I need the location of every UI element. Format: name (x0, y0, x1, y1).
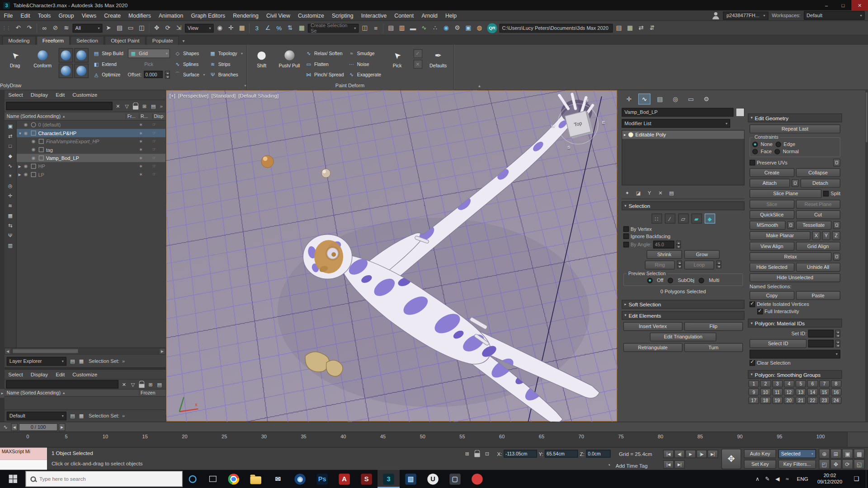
zoom-extents-icon[interactable]: ▣ (842, 449, 853, 459)
by-vertex-checkbox[interactable] (623, 226, 629, 232)
splines-button[interactable]: ∿Splines (174, 59, 205, 69)
unreal-engine-icon[interactable]: U (422, 470, 444, 488)
zoom-extents-all-icon[interactable]: ▩ (854, 449, 864, 459)
menu-item[interactable]: Interactive (357, 10, 391, 21)
offset-spinner[interactable] (165, 70, 170, 78)
smudge-button[interactable]: ≈Smudge (348, 49, 381, 58)
chrome-icon[interactable] (222, 470, 245, 488)
explorer-search-input[interactable] (6, 380, 118, 388)
smoothing-group-button[interactable]: 21 (796, 397, 807, 404)
account-dropdown[interactable]: p2438477FH...▾ (723, 11, 769, 19)
photos-icon[interactable]: ▧ (400, 470, 422, 488)
next-key-icon[interactable]: ▶| (674, 460, 684, 469)
time-step-forward-icon[interactable]: ▶ (59, 423, 66, 431)
pick-small-button[interactable]: Pick (128, 59, 170, 69)
smoothing-group-button[interactable]: 16 (831, 389, 842, 396)
key-filters-button[interactable]: Key Filters... (778, 460, 816, 469)
explorer-foot-chevrons[interactable]: » (121, 358, 126, 364)
transform-type-in-icon[interactable]: ⊞ (463, 449, 472, 458)
display-geometry-filter-icon[interactable]: ◆ (6, 152, 15, 161)
edit-geometry-rollout-header[interactable]: ▾Edit Geometry (748, 113, 842, 122)
explorer-row[interactable]: ▶ ◉ LP ∗ ☞ (17, 170, 165, 178)
slice-button[interactable]: Slice (750, 200, 794, 209)
snaps-toggle-icon[interactable]: 3 (251, 23, 262, 33)
display-tab-icon[interactable]: ▭ (685, 94, 697, 104)
conform-brush-3-button[interactable] (59, 64, 73, 78)
maximize-button[interactable]: □ (835, 0, 852, 10)
display-none-filter-icon[interactable]: □ (6, 141, 15, 150)
ignore-backfacing-checkbox[interactable] (623, 234, 629, 239)
explorer-row[interactable]: ◉ 0 (default) ∗ ☞ (17, 121, 165, 129)
taskbar-search[interactable] (25, 471, 183, 487)
smoothing-group-button[interactable]: 8 (831, 380, 842, 387)
mail-icon[interactable]: ✉ (267, 470, 289, 488)
display-toggle-icon[interactable]: ☞ (152, 164, 165, 169)
display-toggle-icon[interactable]: ☞ (152, 147, 165, 152)
expand-arrow-icon[interactable]: ▼ (18, 131, 24, 135)
mirror-icon[interactable]: ◫ (359, 23, 370, 33)
display-bones-filter-icon[interactable]: Ψ (6, 231, 15, 240)
smoothing-group-button[interactable]: 14 (807, 389, 818, 396)
msmooth-button[interactable]: MSmooth (750, 221, 785, 230)
motion-tab-icon[interactable]: ◎ (669, 94, 681, 104)
display-column-header[interactable]: Disp (152, 113, 165, 119)
menu-item[interactable]: Create (100, 10, 125, 21)
lock-explorer-icon[interactable] (131, 102, 140, 111)
object-color-swatch[interactable] (736, 108, 745, 117)
make-unique-icon[interactable]: Y (645, 189, 654, 198)
material-editor-icon[interactable]: ◉ (441, 23, 452, 33)
previous-key-icon[interactable]: |◀ (663, 460, 674, 469)
full-interactivity-checkbox[interactable] (757, 309, 763, 314)
ribbon-tab[interactable]: Populate (146, 36, 179, 45)
smoothing-group-button[interactable]: 3 (772, 380, 783, 387)
drag-tool-button[interactable]: ➤Drag (3, 47, 26, 69)
explorer-mode-dropdown[interactable]: Default▾ (7, 411, 66, 420)
select-id-button[interactable]: Select ID (750, 339, 807, 348)
material-name-dropdown[interactable]: ▾ (750, 350, 840, 359)
frozen-toggle-icon[interactable]: ∗ (139, 147, 152, 152)
time-step-back-icon[interactable]: ◀ (11, 423, 18, 431)
attach-settings-icon[interactable] (791, 179, 798, 187)
surface-button[interactable]: ⌒Surface▾ (174, 70, 205, 79)
explorer-menu-item[interactable]: Select (5, 371, 27, 377)
frozen-column-header[interactable]: Fr... (126, 113, 139, 119)
explorer-overflow-chevrons[interactable]: » (159, 103, 164, 108)
select-and-scale-icon[interactable]: ⇲ (173, 23, 184, 33)
border-mode-icon[interactable]: ▱ (678, 214, 688, 224)
render-production-icon[interactable]: ◍ (474, 23, 485, 33)
go-to-end-icon[interactable]: ▶| (708, 450, 718, 458)
ribbon-tab[interactable]: Modeling (2, 36, 36, 45)
rectangular-selection-icon[interactable]: ▭ (125, 23, 136, 33)
selection-filter-dropdown[interactable]: All▾ (72, 23, 102, 33)
ribbon-config-caret-icon[interactable]: ▾ (179, 38, 187, 45)
modifier-bulb-icon[interactable] (628, 132, 633, 137)
set-key-button[interactable]: Set Key (744, 460, 776, 469)
explorer-layers-icon[interactable]: ▤ (155, 380, 164, 389)
menu-item[interactable]: Content (391, 10, 418, 21)
add-to-explorer-icon[interactable]: ⊞ (140, 102, 149, 111)
grid-align-button[interactable]: Grid Align (796, 242, 840, 251)
relax-button[interactable]: Relax (750, 252, 831, 261)
angle-snap-icon[interactable]: ∠ (262, 23, 273, 33)
display-helpers-filter-icon[interactable]: ✛ (6, 192, 15, 201)
maximize-viewport-icon[interactable]: ◱ (854, 459, 864, 469)
paint-deform-caption[interactable]: Paint Deform (247, 82, 453, 89)
manage-links-icon[interactable]: ⇵ (646, 23, 657, 33)
smoothing-group-button[interactable]: 10 (760, 389, 771, 396)
display-containers-filter-icon[interactable]: ▥ (6, 241, 15, 250)
conform-tool-button[interactable]: Conform (31, 47, 54, 69)
reset-plane-button[interactable]: Reset Plane (796, 200, 840, 209)
smoothing-group-button[interactable]: 6 (807, 380, 818, 387)
zoom-region-icon[interactable]: ◰ (819, 459, 830, 469)
network-icon[interactable]: ≈ (783, 474, 793, 484)
explorer-menu-item[interactable]: Display (27, 371, 52, 377)
name-column-header[interactable]: Name (Sorted Ascending)▲ (5, 390, 139, 395)
polygon-mode-icon[interactable]: ▰ (691, 214, 702, 224)
pick-deform-button[interactable]: ➤Pick (386, 47, 409, 69)
zoom-all-icon[interactable]: ⊞ (830, 449, 841, 459)
polydraw-caption[interactable]: PolyDraw▾ (0, 82, 246, 89)
remove-modifier-icon[interactable]: ✕ (656, 189, 665, 198)
cut-button[interactable]: Cut (796, 210, 840, 219)
name-column-header[interactable]: Name (Sorted Ascending)▲ (5, 113, 126, 119)
menu-item[interactable]: Customize (294, 10, 328, 21)
